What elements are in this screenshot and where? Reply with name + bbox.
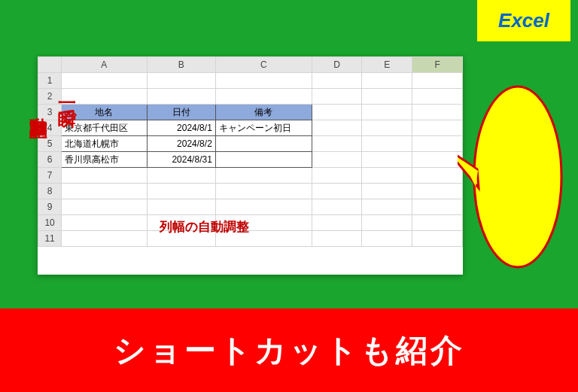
cell-D9[interactable]: [312, 199, 362, 215]
cell-F1[interactable]: [412, 73, 463, 89]
cell-E11[interactable]: [362, 231, 412, 247]
cell-E5[interactable]: [362, 136, 412, 152]
cell-B5[interactable]: 2024/8/2: [147, 136, 215, 152]
cell-F5[interactable]: [412, 136, 463, 152]
col-header-F[interactable]: F: [412, 57, 463, 73]
cell-C1[interactable]: [215, 73, 312, 89]
row-header-11[interactable]: 11: [38, 231, 62, 247]
cell-F3[interactable]: [412, 105, 463, 120]
cell-B4[interactable]: 2024/8/1: [147, 120, 215, 136]
cell-B7[interactable]: [147, 168, 215, 184]
cell-D6[interactable]: [312, 152, 362, 168]
col-header-B[interactable]: B: [147, 57, 215, 73]
cell-C6[interactable]: [215, 152, 312, 168]
cell-C2[interactable]: [215, 89, 312, 105]
row-9: 9: [38, 199, 463, 215]
cell-D4[interactable]: [312, 120, 362, 136]
row-header-9[interactable]: 9: [38, 199, 62, 215]
speech-bubble-text: 自動調整 一瞬で: [0, 30, 105, 181]
cell-F11[interactable]: [412, 231, 463, 247]
cell-A10[interactable]: [62, 215, 147, 231]
cell-D5[interactable]: [312, 136, 362, 152]
annotation-text: 列幅の自動調整: [160, 218, 249, 236]
cell-C3[interactable]: 備考: [215, 105, 312, 120]
cell-B1[interactable]: [147, 73, 215, 89]
row-11: 11: [38, 231, 463, 247]
cell-C5[interactable]: [215, 136, 312, 152]
excel-badge: Excel: [477, 0, 570, 41]
svg-point-0: [474, 87, 561, 267]
cell-F8[interactable]: [412, 184, 463, 199]
cell-E10[interactable]: [362, 215, 412, 231]
cell-B9[interactable]: [147, 199, 215, 215]
cell-F7[interactable]: [412, 168, 463, 184]
bubble-line2: 自動調整: [26, 102, 50, 108]
cell-D8[interactable]: [312, 184, 362, 199]
bottom-banner: ショートカットも紹介: [0, 308, 578, 392]
cell-F2[interactable]: [412, 89, 463, 105]
row-header-8[interactable]: 8: [38, 184, 62, 199]
row-10: 10: [38, 215, 463, 231]
cell-E7[interactable]: [362, 168, 412, 184]
cell-C8[interactable]: [215, 184, 312, 199]
cell-D10[interactable]: [312, 215, 362, 231]
row-header-10[interactable]: 10: [38, 215, 62, 231]
cell-B8[interactable]: [147, 184, 215, 199]
excel-badge-label: Excel: [498, 9, 549, 32]
cell-D7[interactable]: [312, 168, 362, 184]
cell-D11[interactable]: [312, 231, 362, 247]
cell-E1[interactable]: [362, 73, 412, 89]
cell-F6[interactable]: [412, 152, 463, 168]
cell-E8[interactable]: [362, 184, 412, 199]
cell-E4[interactable]: [362, 120, 412, 136]
cell-C4[interactable]: キャンペーン初日: [215, 120, 312, 136]
cell-B6[interactable]: 2024/8/31: [147, 152, 215, 168]
cell-E9[interactable]: [362, 199, 412, 215]
bubble-line1: 一瞬で: [55, 93, 79, 118]
cell-F10[interactable]: [412, 215, 463, 231]
cell-A9[interactable]: [62, 199, 147, 215]
cell-D2[interactable]: [312, 89, 362, 105]
cell-E3[interactable]: [362, 105, 412, 120]
cell-B3[interactable]: 日付: [147, 105, 215, 120]
cell-A11[interactable]: [62, 231, 147, 247]
cell-A8[interactable]: [62, 184, 147, 199]
cell-C7[interactable]: [215, 168, 312, 184]
cell-F9[interactable]: [412, 199, 463, 215]
banner-text: ショートカットも紹介: [114, 330, 465, 372]
cell-D1[interactable]: [312, 73, 362, 89]
cell-C9[interactable]: [215, 199, 312, 215]
cell-E2[interactable]: [362, 89, 412, 105]
cell-B2[interactable]: [147, 89, 215, 105]
cell-E6[interactable]: [362, 152, 412, 168]
col-header-C[interactable]: C: [215, 57, 312, 73]
row-8: 8: [38, 184, 463, 199]
col-header-D[interactable]: D: [312, 57, 362, 73]
speech-bubble: [458, 79, 563, 275]
col-header-E[interactable]: E: [362, 57, 412, 73]
cell-D3[interactable]: [312, 105, 362, 120]
cell-F4[interactable]: [412, 120, 463, 136]
